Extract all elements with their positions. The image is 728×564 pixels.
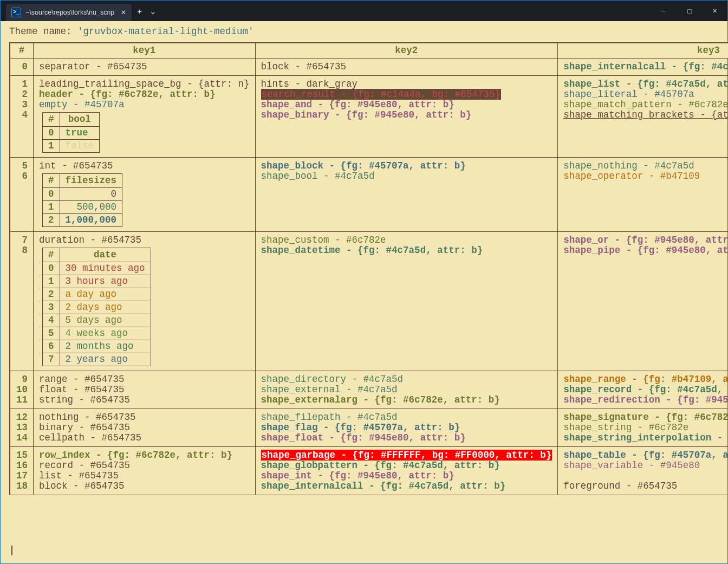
terminal-tab[interactable]: >_ ~\source\repos\forks\nu_scrip ✕ [6, 4, 132, 21]
inner-table: #date 030 minutes ago13 hours ago2a day … [42, 248, 151, 366]
header-key3: key3 [558, 43, 728, 59]
theme-line: Theme name: 'gruvbox-material-light-medi… [9, 27, 719, 37]
table-row: 121314 nothing - #654735binary - #654735… [10, 409, 728, 447]
prompt[interactable] [10, 546, 12, 556]
table-row: 91011 range - #654735float - #654735stri… [10, 371, 728, 409]
new-tab-button[interactable]: + [137, 6, 142, 16]
terminal-window: >_ ~\source\repos\forks\nu_scrip ✕ + ⌄ ─… [0, 0, 728, 564]
table-row: 56 int - #654735 #filesizes 001500,00021… [10, 158, 728, 232]
table-row: 78 duration - #654735 #date 030 minutes … [10, 232, 728, 371]
header-index: # [10, 43, 34, 59]
terminal-body: Theme name: 'gruvbox-material-light-medi… [1, 21, 727, 501]
maximize-button[interactable]: ▢ [677, 1, 702, 21]
powershell-icon: >_ [11, 8, 21, 17]
theme-name: 'gruvbox-material-light-medium' [77, 26, 254, 37]
theme-table: # key1 key2 key3 0 separator - #654735 b… [9, 42, 728, 495]
close-tab-icon[interactable]: ✕ [121, 8, 126, 18]
inner-table: #bool 0true1false [42, 112, 100, 153]
header-key1: key1 [34, 43, 256, 59]
titlebar: >_ ~\source\repos\forks\nu_scrip ✕ + ⌄ ─… [1, 1, 727, 21]
table-row: 0 separator - #654735 block - #654735 sh… [10, 59, 728, 76]
tab-dropdown-button[interactable]: ⌄ [150, 6, 157, 16]
window-close-button[interactable]: ✕ [702, 1, 727, 21]
inner-table: #filesizes 001500,00021,000,000 [42, 173, 122, 227]
table-row: 15161718 row_index - {fg: #6c782e, attr:… [10, 447, 728, 495]
tab-title: ~\source\repos\forks\nu_scrip [25, 8, 114, 18]
table-row: 1234 leading_trailing_space_bg - {attr: … [10, 76, 728, 158]
header-key2: key2 [255, 43, 558, 59]
minimize-button[interactable]: ─ [651, 1, 677, 21]
theme-label: Theme name: [9, 26, 77, 37]
